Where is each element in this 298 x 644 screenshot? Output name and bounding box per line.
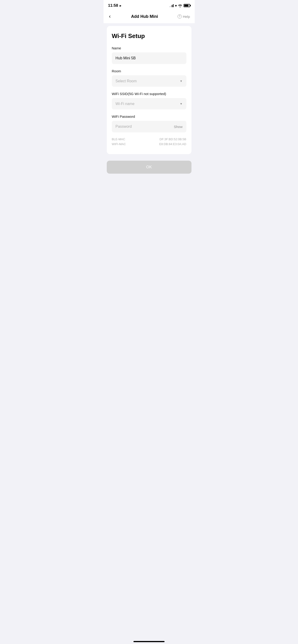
wifi-mac-row: WIFI-MAC E8:DB:84:E3:0A:AD	[112, 142, 186, 146]
wifi-ssid-select-wrapper: Wi-Fi name ▼	[112, 98, 186, 110]
navigation-bar: ‹ Add Hub Mini ? Help	[104, 10, 195, 23]
password-input[interactable]	[112, 121, 170, 132]
battery-icon	[184, 4, 190, 7]
wifi-ssid-label: WiFi SSID(5G Wi-Fi not supported)	[112, 92, 186, 96]
wifi-ssid-field-group: WiFi SSID(5G Wi-Fi not supported) Wi-Fi …	[112, 92, 186, 110]
wifi-mac-value: E8:DB:84:E3:0A:AD	[159, 142, 186, 146]
form-card: Wi-Fi Setup Name Room Select Room Living…	[107, 26, 191, 154]
wifi-ssid-select[interactable]: Wi-Fi name	[112, 98, 186, 110]
room-select-wrapper: Select Room Living Room Bedroom Kitchen …	[112, 75, 186, 87]
help-circle-icon: ?	[178, 14, 182, 18]
wifi-icon: ▾	[175, 4, 182, 8]
status-time: 11:58 ►	[108, 3, 122, 8]
wifi-setup-title: Wi-Fi Setup	[112, 32, 186, 40]
room-select[interactable]: Select Room Living Room Bedroom Kitchen …	[112, 75, 186, 87]
ble-mac-row: BLE-MAC DF:3F:BD:52:0B:5B	[112, 138, 186, 141]
ok-button-wrapper: OK	[104, 157, 195, 178]
wifi-mac-label: WIFI-MAC	[112, 142, 126, 146]
ok-button[interactable]: OK	[107, 161, 191, 174]
status-icons: ▾	[169, 4, 190, 8]
wifi-password-field-group: WiFi Password Show	[112, 114, 186, 132]
time-display: 11:58	[108, 3, 118, 8]
back-button[interactable]: ‹	[108, 12, 112, 20]
ble-mac-value: DF:3F:BD:52:0B:5B	[160, 138, 186, 141]
name-input[interactable]	[112, 52, 186, 64]
signal-icon	[169, 4, 174, 7]
location-icon: ►	[119, 4, 122, 8]
help-button[interactable]: ? Help	[178, 14, 190, 18]
help-label: Help	[183, 14, 190, 18]
wifi-password-label: WiFi Password	[112, 114, 186, 118]
password-wrapper: Show	[112, 121, 186, 132]
mac-info-section: BLE-MAC DF:3F:BD:52:0B:5B WIFI-MAC E8:DB…	[112, 138, 186, 146]
ble-mac-label: BLE-MAC	[112, 138, 125, 141]
show-password-button[interactable]: Show	[170, 121, 186, 132]
name-label: Name	[112, 46, 186, 50]
status-bar: 11:58 ► ▾	[104, 0, 195, 10]
page-title: Add Hub Mini	[131, 14, 158, 19]
name-field-group: Name	[112, 46, 186, 64]
room-label: Room	[112, 69, 186, 73]
room-field-group: Room Select Room Living Room Bedroom Kit…	[112, 69, 186, 87]
